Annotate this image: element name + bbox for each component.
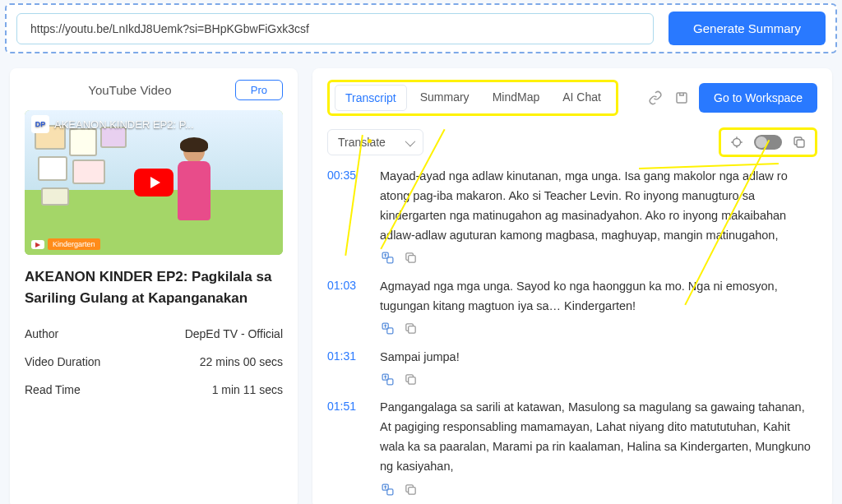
transcript-segment: 01:51 Pangangalaga sa sarili at katawan,… (327, 398, 812, 477)
save-icon[interactable] (673, 89, 691, 107)
segment-text: Mayad-ayad nga adlaw kinutanan, mga unga… (380, 167, 812, 246)
workspace-button[interactable]: Go to Workspace (699, 83, 817, 113)
generate-summary-button[interactable]: Generate Summary (669, 12, 826, 45)
tools-highlight-box (719, 127, 817, 157)
autoscroll-toggle[interactable] (754, 135, 782, 150)
segment-actions (380, 372, 812, 386)
translate-segment-icon[interactable] (380, 482, 395, 497)
copy-segment-icon[interactable] (403, 251, 418, 266)
tab-summary[interactable]: Summary (410, 85, 479, 111)
readtime-row: Read Time 1 min 11 secs (25, 376, 283, 404)
duration-row: Video Duration 22 mins 00 secs (25, 348, 283, 376)
panel-title: YouTube Video (25, 83, 235, 97)
tab-transcript[interactable]: Transcript (335, 85, 407, 111)
timestamp[interactable]: 01:51 (327, 398, 362, 477)
url-input[interactable] (16, 13, 654, 44)
timestamp[interactable]: 01:03 (327, 277, 362, 317)
video-title: AKEANON KINDER EP2: Pagkilala sa Sarilin… (25, 266, 283, 308)
copy-all-icon[interactable] (790, 133, 808, 151)
duration-label: Video Duration (25, 355, 100, 368)
readtime-label: Read Time (25, 383, 81, 396)
annotation-dot-icon (368, 139, 372, 143)
channel-logo-icon: DP (31, 115, 49, 133)
translate-segment-icon[interactable] (380, 372, 395, 386)
transcript-panel: Transcript Summary MindMap AI Chat Go to… (312, 68, 832, 504)
translate-dropdown[interactable]: Translate (327, 129, 423, 155)
translate-segment-icon[interactable] (380, 251, 395, 266)
tabs-highlight-box: Transcript Summary MindMap AI Chat (327, 80, 618, 116)
copy-segment-icon[interactable] (403, 321, 418, 336)
translate-segment-icon[interactable] (380, 321, 395, 336)
translate-label: Translate (338, 136, 386, 149)
svg-rect-0 (677, 93, 687, 103)
svg-rect-2 (797, 140, 804, 147)
video-info-panel: YouTube Video Pro DP AKEANON KINDER EP (10, 68, 298, 504)
author-value: DepEd TV - Official (185, 327, 283, 340)
author-label: Author (25, 327, 58, 340)
kindergarten-tag: Kindergarten (48, 238, 100, 250)
pro-button[interactable]: Pro (235, 80, 283, 100)
tab-aichat[interactable]: AI Chat (553, 85, 611, 111)
top-bar: Generate Summary (5, 3, 837, 53)
copy-segment-icon[interactable] (403, 482, 418, 497)
svg-rect-11 (408, 377, 415, 385)
video-thumbnail[interactable]: DP AKEANON KINDER EP2: P... ▶ Kindergart… (25, 110, 283, 255)
segment-actions (380, 321, 812, 336)
svg-rect-5 (408, 256, 415, 263)
svg-rect-8 (408, 326, 415, 334)
segment-actions (380, 482, 812, 497)
copy-segment-icon[interactable] (403, 372, 418, 386)
svg-rect-14 (408, 487, 415, 494)
tab-mindmap[interactable]: MindMap (483, 85, 550, 111)
thumbnail-title: AKEANON KINDER EP2: P... (54, 118, 194, 131)
focus-icon[interactable] (728, 133, 746, 151)
segment-text: Pangangalaga sa sarili at katawan, Masul… (380, 398, 812, 477)
play-icon[interactable] (134, 169, 173, 197)
timestamp[interactable]: 00:35 (327, 167, 362, 246)
author-row: Author DepEd TV - Official (25, 320, 283, 348)
duration-value: 22 mins 00 secs (200, 355, 283, 368)
transcript-segment: 01:03 Agmayad nga mga unga. Sayod ko nga… (327, 277, 812, 317)
svg-point-1 (733, 139, 741, 146)
link-icon[interactable] (646, 89, 664, 107)
segment-actions (380, 251, 812, 266)
deped-badge-icon: ▶ (31, 240, 44, 249)
transcript-segment: 01:31 Sampai jumpa! (327, 348, 812, 368)
segment-text: Agmayad nga mga unga. Sayod ko nga haong… (380, 277, 812, 317)
timestamp[interactable]: 01:31 (327, 348, 362, 368)
readtime-value: 1 min 11 secs (212, 383, 283, 396)
transcript-list[interactable]: 00:35 Mayad-ayad nga adlaw kinutanan, mg… (327, 167, 817, 504)
segment-text: Sampai jumpa! (380, 348, 812, 368)
transcript-segment: 00:35 Mayad-ayad nga adlaw kinutanan, mg… (327, 167, 812, 246)
